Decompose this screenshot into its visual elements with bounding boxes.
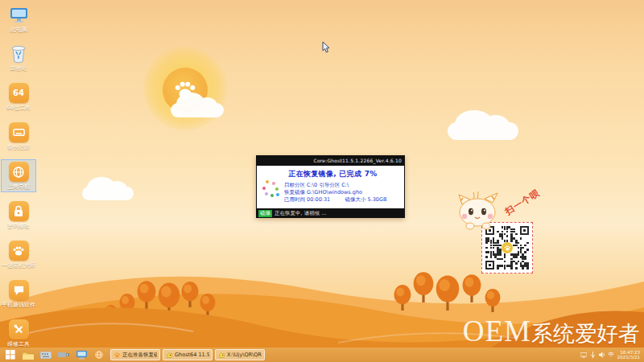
task-gho-file-window[interactable]: X:\Ujy\QR\QRGho... xyxy=(215,349,265,360)
windows-logo-icon xyxy=(6,350,15,360)
ghost-dialog-titlebar: Core:Ghost11.5.1.2266_Ver.4.6.10 xyxy=(256,155,405,166)
watermark-text: 系统爱好者 xyxy=(531,319,640,348)
spinner-icon xyxy=(262,180,280,198)
system-tray: 中 16:47:23 2021/3/21 xyxy=(580,350,642,360)
clock-date: 2021/3/21 xyxy=(617,355,640,360)
icon-label: 密码修改 xyxy=(2,223,35,229)
target-partition-line: 目标分区 C:\0 引导分区 C:\ xyxy=(284,182,399,189)
task-label: X:\Ujy\QR\QRGho... xyxy=(227,352,262,358)
tray-usb-icon[interactable] xyxy=(590,352,596,358)
icon-label: 一键装机大师 xyxy=(2,262,35,269)
icon-label: 上网导航 xyxy=(2,183,35,190)
cloud xyxy=(82,187,134,200)
computer-icon xyxy=(9,6,29,25)
taskbar: 正在准备恢复镜... Ghost64 11.5.1 -... X:\Ujy\QR… xyxy=(0,348,644,362)
drive-icon xyxy=(13,126,25,138)
desktop-icon-mobile-app[interactable]: 手机赚钱软件 xyxy=(1,278,36,311)
pe-app-button[interactable] xyxy=(72,348,90,361)
icon-label: 备份还原 xyxy=(2,144,35,150)
desktop-icon-list: 此电脑 回收站 64 64位工具 备份还原 xyxy=(2,4,35,362)
tray-ime-indicator[interactable]: 中 xyxy=(609,352,614,358)
globe-icon xyxy=(12,166,25,179)
image-size: 镜像大小 5.30GB xyxy=(345,196,386,203)
icon-label: 64位工具 xyxy=(2,105,35,111)
folder-icon xyxy=(23,351,34,360)
globe-icon xyxy=(94,350,104,360)
task-restore-window[interactable]: 正在准备恢复镜... xyxy=(110,349,160,360)
onscreen-keyboard-button[interactable] xyxy=(37,348,55,361)
task-ghost64-window[interactable]: Ghost64 11.5.1 -... xyxy=(163,349,213,360)
ghost-restore-dialog: Core:Ghost11.5.1.2266_Ver.4.6.10 正在恢复镜像,… xyxy=(256,155,405,218)
desktop-icon-this-pc[interactable]: 此电脑 xyxy=(1,4,36,35)
icon-label: 此电脑 xyxy=(2,27,35,33)
icon-label: 维修工具 xyxy=(2,341,35,348)
ghost-version-text: Core:Ghost11.5.1.2266_Ver.4.6.10 xyxy=(314,158,402,163)
qr-finder xyxy=(485,261,494,269)
qr-handwritten-caption: 扫一个呗 xyxy=(503,187,543,217)
tray-volume-icon[interactable] xyxy=(599,352,605,358)
restore-progress-title: 正在恢复镜像, 已完成 7% xyxy=(266,169,399,179)
status-text: 正在恢复中, 请稍候 ... xyxy=(275,210,326,217)
recycle-bin-icon xyxy=(10,44,27,64)
keyboard-icon xyxy=(40,352,52,359)
elapsed-time: 已用时间 00:00:31 xyxy=(284,196,330,203)
usb-tool-button[interactable] xyxy=(55,348,72,361)
restore-image-line: 恢复镜像 G:\GHO\windows.gho xyxy=(284,189,399,196)
start-button[interactable] xyxy=(2,348,19,361)
chat-bubble-icon xyxy=(13,285,25,296)
desktop-wallpaper: 此电脑 回收站 64 64位工具 备份还原 xyxy=(0,0,644,362)
task-label: 正在准备恢复镜... xyxy=(122,352,157,359)
mouse-cursor xyxy=(322,42,330,53)
desktop-icon-repair-tools[interactable]: 维修工具 xyxy=(1,317,36,350)
usb-drive-icon xyxy=(58,352,70,358)
watermark: OEM系统爱好者 xyxy=(463,314,640,348)
mascot-cat xyxy=(454,191,504,230)
ghost-status-bar: 镜像 正在恢复中, 请稍候 ... xyxy=(256,208,405,218)
tray-clock[interactable]: 16:47:23 2021/3/21 xyxy=(617,350,640,360)
computer-icon xyxy=(76,351,87,360)
desktop-icon-recycle-bin[interactable]: 回收站 xyxy=(1,42,36,74)
qr-modules xyxy=(485,226,529,269)
qr-center-paw-logo xyxy=(502,242,513,253)
desktop-icon-backup-restore[interactable]: 备份还原 xyxy=(1,120,36,153)
desktop-icon-onekey-install[interactable]: 一键装机大师 xyxy=(1,238,36,271)
task-label: Ghost64 11.5.1 -... xyxy=(175,352,209,358)
desktop-icon-password-tool[interactable]: 密码修改 xyxy=(1,199,36,232)
cloud xyxy=(448,122,518,140)
watermark-oem: OEM xyxy=(463,314,531,348)
file-explorer-button[interactable] xyxy=(19,348,37,361)
64-icon: 64 xyxy=(9,83,29,103)
ghost-dog-icon xyxy=(218,352,225,359)
icon-label: 回收站 xyxy=(2,65,35,72)
elapsed-size-line: 已用时间 00:00:31 镜像大小 5.30GB xyxy=(284,196,399,204)
qr-finder xyxy=(520,226,529,235)
status-badge: 镜像 xyxy=(258,210,272,217)
ghost-dialog-body: 正在恢复镜像, 已完成 7% 目标分区 C:\0 引导分区 C:\ 恢复镜像 G… xyxy=(257,166,404,208)
desktop-icon-web-navigation[interactable]: 上网导航 xyxy=(1,159,36,192)
browser-button[interactable] xyxy=(90,348,108,361)
tray-display-icon[interactable] xyxy=(580,352,587,358)
desktop-icon-64bit-tools[interactable]: 64 64位工具 xyxy=(1,80,36,113)
icon-label: 手机赚钱软件 xyxy=(2,302,35,308)
paw-icon xyxy=(12,245,25,257)
cloud xyxy=(171,103,224,117)
tools-icon xyxy=(13,323,25,335)
paw-icon xyxy=(114,352,121,359)
lock-icon xyxy=(13,205,24,217)
ghost-dog-icon xyxy=(166,352,173,359)
